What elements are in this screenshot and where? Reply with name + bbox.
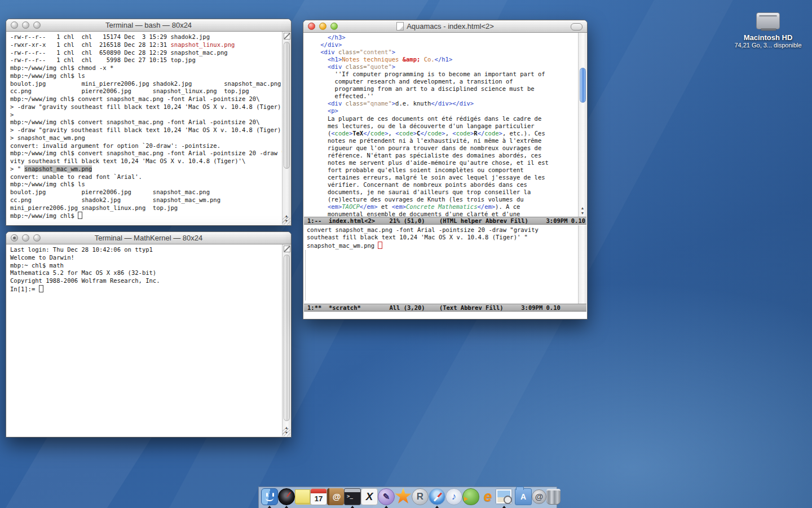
terminal-mathkernel-output[interactable]: Last login: Thu Dec 28 10:42:06 on ttyp1… [7, 244, 290, 436]
desktop-icon-macintosh-hd[interactable]: Macintosh HD 74,21 Go, 3... disponible [734, 12, 802, 49]
text-line: certaines erreurs, malgré le soin avec l… [306, 174, 586, 181]
text-line: cc.png pierre2006.jpg snapshot_linux.png… [10, 87, 288, 95]
scrollbar-vertical[interactable]: ▲▼ [282, 32, 290, 225]
dock-item-atstamp[interactable]: @ [532, 487, 546, 506]
modeline-scratch: 1:** *scratch* All (3,20) (Text Abbrev F… [304, 304, 586, 312]
text-line: -rw-r--r-- 1 chl chl 5998 Dec 27 10:15 t… [10, 56, 288, 64]
minibuffer-echo-area[interactable] [304, 312, 586, 318]
toolbar-toggle-button[interactable] [571, 23, 582, 30]
minimize-button[interactable] [22, 234, 29, 242]
text-line: documents, je ne saurai d'ailleurs que t… [306, 189, 586, 196]
text-line: rigueur que l'on pourra trouver dans de … [306, 144, 586, 152]
running-indicator [267, 506, 272, 508]
scrollbar-arrows[interactable]: ▲▼ [579, 205, 586, 216]
text-line: </div> [306, 41, 586, 49]
close-button[interactable] [11, 21, 18, 29]
snapback-icon[interactable] [284, 33, 290, 40]
minimize-button[interactable] [319, 23, 326, 30]
resize-grip[interactable] [283, 217, 290, 225]
text-line: La plupart de ces documents ont été rédi… [306, 115, 586, 122]
scrollbar-vertical[interactable]: ▲▼ [282, 244, 290, 436]
text-line: > [10, 111, 288, 119]
dock-item-entourage[interactable]: e [479, 487, 496, 506]
scrollbar-vertical[interactable]: ▲▼ [578, 33, 586, 217]
snapback-icon[interactable] [284, 246, 290, 252]
text-line: -rw-r--r-- 1 chl chl 650890 Dec 28 12:29… [10, 49, 288, 57]
text-line: convert snapshot_mac.png -font Arial -po… [307, 226, 586, 234]
dock-item-addressbook[interactable]: @ [327, 487, 344, 506]
dock-item-dashboard[interactable] [278, 487, 295, 506]
text-line: Last login: Thu Dec 28 10:42:06 on ttyp1 [10, 246, 288, 254]
text-line: mbp:~/www/img chl$ ls [10, 72, 288, 80]
text-line: > " snapshot_mac_wm.png [10, 165, 288, 173]
scrollbar-vertical[interactable] [578, 225, 586, 304]
titlebar-terminal-mathkernel[interactable]: Terminal — MathKernel — 80x24 [6, 232, 291, 244]
dock-item-x11[interactable]: X [361, 487, 378, 506]
dock-item-applications[interactable]: A [515, 487, 532, 506]
running-indicator [284, 506, 289, 508]
dock-item-itunes[interactable]: ♪ [445, 487, 462, 506]
dock-item-stickies[interactable] [295, 487, 310, 506]
fringe-continuation-dots [305, 250, 306, 300]
close-button[interactable] [308, 23, 315, 30]
text-line: mbp:~/www/img chl$ ls [10, 181, 288, 189]
text-line: monumental ensemble de documents d'une c… [306, 211, 586, 217]
hard-drive-icon [756, 12, 780, 29]
running-indicator [384, 506, 389, 508]
text-line: mes lectures, ou de la découverte d'un l… [306, 122, 586, 130]
dock-item-mathematica[interactable] [395, 487, 412, 506]
scrollbar-thumb[interactable] [580, 68, 586, 103]
dock-item-preview[interactable] [496, 487, 511, 506]
text-line: -rw-r--r-- 1 chl chl 15174 Dec 3 15:29 s… [10, 33, 288, 41]
titlebar-terminal-bash[interactable]: Terminal — bash — 80x24 [6, 19, 291, 32]
window-aquamacs: Aquamacs - index.html<2> </h3> </div> <d… [303, 20, 588, 319]
terminal-bash-output[interactable]: -rw-r--r-- 1 chl chl 15174 Dec 3 15:29 s… [7, 32, 290, 225]
ical-icon: 17 [310, 488, 327, 505]
text-line: southeast fill black text 10,24 'Mac OS … [307, 234, 586, 241]
hd-icon-free-space: 74,21 Go, 3... disponible [734, 42, 802, 49]
dock-item-trash[interactable] [546, 487, 561, 506]
text-line: </h3> [306, 34, 586, 41]
text-line: mbp:~/www/img chl$ convert snapshot_mac.… [10, 95, 288, 103]
dock: 17@>_X✎R♪eA@ [258, 487, 557, 508]
dock-item-safari[interactable] [429, 487, 445, 506]
dock-item-r[interactable]: R [412, 487, 429, 506]
adium-icon [462, 488, 479, 505]
buffer-text: convert snapshot_mac.png -font Arial -po… [307, 226, 586, 249]
dock-item-aquamacs[interactable]: ✎ [378, 487, 395, 506]
titlebar-aquamacs[interactable]: Aquamacs - index.html<2> [303, 20, 587, 33]
text-line: Welcome to Darwin! [10, 254, 288, 262]
buffer-text: </h3> </div> <div class="content"> <h1>N… [306, 34, 586, 217]
preview-icon [496, 489, 511, 503]
running-indicator [435, 506, 439, 508]
minimize-button[interactable] [22, 21, 29, 29]
aquamacs-buffer-index-html[interactable]: </h3> </div> <div class="content"> <h1>N… [304, 33, 586, 217]
text-line: mbp:~/www/img chl$ convert snapshot_mac.… [10, 119, 288, 126]
zoom-button[interactable] [33, 234, 41, 242]
window-title: Terminal — bash — 80x24 [105, 21, 192, 29]
document-proxy-icon[interactable] [396, 22, 404, 30]
dock-item-adium[interactable] [462, 487, 479, 506]
text-line: boulot.jpg mini_pierre2006.jpg shadok2.j… [10, 80, 288, 88]
resize-grip[interactable] [283, 428, 290, 436]
aquamacs-buffer-scratch[interactable]: convert snapshot_mac.png -font Arial -po… [304, 225, 586, 304]
safari-icon [429, 488, 445, 505]
trash-icon [546, 489, 561, 505]
text-line: (re)lecture des ouvrages de Knuth (les t… [306, 196, 586, 203]
zoom-button[interactable] [33, 21, 41, 29]
close-button[interactable] [11, 234, 18, 242]
dock-item-ical[interactable]: 17 [310, 487, 327, 506]
dock-item-finder[interactable] [261, 487, 278, 506]
text-line: fort probable qu'elles soient incomplète… [306, 167, 586, 174]
text-line: <em>TAOCP</em> et <em>Concrete Mathemati… [306, 203, 586, 211]
scrollbar-thumb[interactable] [284, 42, 290, 169]
zoom-button[interactable] [330, 23, 338, 30]
dock-item-terminal[interactable]: >_ [344, 487, 361, 506]
text-line: convert: unable to read font `Arial'. [10, 173, 288, 181]
aquamacs-icon: ✎ [378, 488, 395, 505]
terminal-text: -rw-r--r-- 1 chl chl 15174 Dec 3 15:29 s… [10, 33, 288, 220]
text-line: computer research and development, a tra… [306, 78, 586, 85]
running-indicator [502, 506, 506, 508]
text-line: > -draw "gravity southeast fill black te… [10, 126, 288, 134]
scrollbar-thumb[interactable] [284, 255, 290, 421]
